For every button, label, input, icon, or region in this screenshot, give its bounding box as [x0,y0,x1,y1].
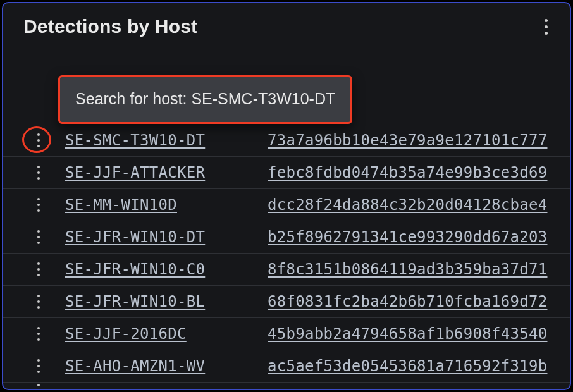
more-vertical-icon [37,133,40,147]
row-actions-button[interactable] [12,198,65,212]
table-row: SE-JJF-2016DC 45b9abb2a4794658af1b6908f4… [3,318,570,350]
more-vertical-icon [37,262,40,276]
more-vertical-icon [37,198,40,212]
more-vertical-icon [37,295,40,309]
more-vertical-icon [37,166,40,180]
more-vertical-icon [37,384,40,389]
row-actions-button[interactable] [12,133,65,147]
detections-table: SE-SMC-T3W10-DT 73a7a96bb10e43e79a9e1271… [3,125,570,389]
hash-link[interactable]: 45b9abb2a4794658af1b6908f43540 [268,325,570,343]
hash-link[interactable]: 73a7a96bb10e43e79a9e127101c777 [268,132,570,149]
host-link[interactable]: SE-JFR-WIN10-DT [65,228,268,246]
host-link[interactable]: SE-JJF-2016DC [65,325,268,343]
more-vertical-icon [37,359,40,373]
row-actions-button[interactable] [12,359,65,373]
panel-header: Detections by Host [3,3,570,42]
table-row: SE-MM-WIN10C 1cb850e8c37e4601a98b94b56e3… [3,383,570,389]
more-vertical-icon [545,19,548,35]
host-link[interactable]: SE-JFR-WIN10-C0 [65,260,268,278]
row-actions-button[interactable] [12,166,65,180]
table-row: SE-MM-WIN10D dcc28f24da884c32b20d04128cb… [3,189,570,221]
hash-link[interactable]: dcc28f24da884c32b20d04128cbae4 [268,196,570,214]
more-vertical-icon [37,327,40,341]
context-menu-search-host[interactable]: Search for host: SE-SMC-T3W10-DT [58,75,352,124]
host-link[interactable]: SE-JFR-WIN10-BL [65,293,268,310]
table-row: SE-JFR-WIN10-BL 68f0831fc2ba42b6b710fcba… [3,286,570,318]
table-row: SE-JJF-ATTACKER febc8fdbd0474b35a74e99b3… [3,157,570,189]
hash-link[interactable]: ac5aef53de05453681a716592f319b [268,357,570,375]
row-actions-button[interactable] [12,262,65,276]
hash-link[interactable]: b25f8962791341ce993290dd67a203 [268,228,570,246]
host-link[interactable]: SE-SMC-T3W10-DT [65,132,268,149]
hash-link[interactable]: febc8fdbd0474b35a74e99b3ce3d69 [268,164,570,181]
row-actions-button[interactable] [12,230,65,244]
row-actions-button[interactable] [12,384,65,389]
panel-title: Detections by Host [23,16,197,37]
hash-link[interactable]: 68f0831fc2ba42b6b710fcba169d72 [268,293,570,310]
host-link[interactable]: SE-MM-WIN10D [65,196,268,214]
row-actions-button[interactable] [12,327,65,341]
hash-link[interactable]: 8f8c3151b0864119ad3b359ba37d71 [268,260,570,278]
more-vertical-icon [37,230,40,244]
host-link[interactable]: SE-AHO-AMZN1-WV [65,357,268,375]
row-actions-button[interactable] [12,295,65,309]
panel-menu-button[interactable] [538,17,553,36]
host-link[interactable]: SE-JJF-ATTACKER [65,164,268,181]
table-row: SE-AHO-AMZN1-WV ac5aef53de05453681a71659… [3,350,570,383]
table-row: SE-JFR-WIN10-C0 8f8c3151b0864119ad3b359b… [3,254,570,286]
table-row: SE-SMC-T3W10-DT 73a7a96bb10e43e79a9e1271… [3,125,570,157]
context-menu-item-label: Search for host: SE-SMC-T3W10-DT [75,90,335,107]
table-row: SE-JFR-WIN10-DT b25f8962791341ce993290dd… [3,221,570,254]
detections-panel: Detections by Host Search for host: SE-S… [2,2,571,390]
